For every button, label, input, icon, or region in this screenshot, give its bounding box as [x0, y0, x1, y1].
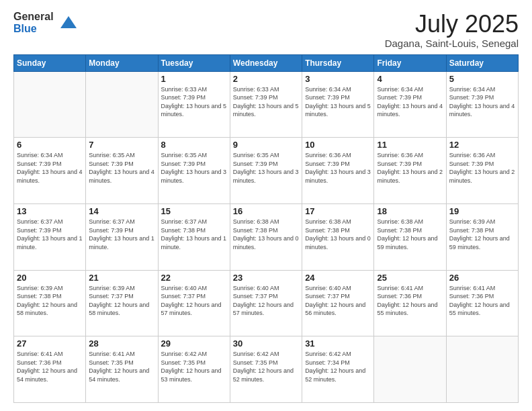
- calendar-day-cell: 8Sunrise: 6:35 AM Sunset: 7:39 PM Daylig…: [158, 138, 230, 204]
- calendar-day-cell: 31Sunrise: 6:42 AM Sunset: 7:34 PM Dayli…: [302, 336, 374, 403]
- day-info: Sunrise: 6:35 AM Sunset: 7:39 PM Dayligh…: [89, 151, 154, 185]
- calendar-day-cell: 23Sunrise: 6:40 AM Sunset: 7:37 PM Dayli…: [230, 270, 302, 336]
- day-number: 31: [305, 338, 371, 349]
- day-info: Sunrise: 6:41 AM Sunset: 7:36 PM Dayligh…: [17, 350, 83, 383]
- day-info: Sunrise: 6:38 AM Sunset: 7:38 PM Dayligh…: [233, 218, 299, 251]
- calendar-day-cell: 10Sunrise: 6:36 AM Sunset: 7:39 PM Dayli…: [302, 138, 374, 204]
- day-number: 10: [305, 140, 371, 150]
- calendar-day-cell: 1Sunrise: 6:33 AM Sunset: 7:39 PM Daylig…: [158, 71, 230, 138]
- day-info: Sunrise: 6:42 AM Sunset: 7:35 PM Dayligh…: [233, 350, 299, 383]
- calendar-day-cell: 17Sunrise: 6:38 AM Sunset: 7:38 PM Dayli…: [302, 203, 374, 270]
- header: General Blue July 2025 Dagana, Saint-Lou…: [13, 11, 519, 49]
- day-info: Sunrise: 6:39 AM Sunset: 7:38 PM Dayligh…: [449, 218, 515, 251]
- day-number: 11: [377, 140, 443, 150]
- day-info: Sunrise: 6:41 AM Sunset: 7:35 PM Dayligh…: [89, 350, 154, 383]
- day-info: Sunrise: 6:41 AM Sunset: 7:36 PM Dayligh…: [377, 284, 443, 318]
- calendar-day-cell: 22Sunrise: 6:40 AM Sunset: 7:37 PM Dayli…: [158, 270, 230, 336]
- logo: General Blue: [13, 11, 78, 34]
- calendar-day-cell: 18Sunrise: 6:38 AM Sunset: 7:38 PM Dayli…: [374, 203, 446, 270]
- calendar-day-cell: [446, 336, 518, 403]
- calendar-day-cell: 25Sunrise: 6:41 AM Sunset: 7:36 PM Dayli…: [374, 270, 446, 336]
- day-info: Sunrise: 6:34 AM Sunset: 7:39 PM Dayligh…: [449, 85, 515, 119]
- calendar-day-cell: 26Sunrise: 6:41 AM Sunset: 7:36 PM Dayli…: [446, 270, 518, 336]
- calendar-day-cell: 20Sunrise: 6:39 AM Sunset: 7:38 PM Dayli…: [14, 270, 86, 336]
- day-info: Sunrise: 6:41 AM Sunset: 7:36 PM Dayligh…: [449, 284, 515, 318]
- calendar-day-cell: [14, 71, 86, 138]
- logo-general: General: [13, 11, 54, 23]
- day-info: Sunrise: 6:35 AM Sunset: 7:39 PM Dayligh…: [233, 151, 299, 185]
- day-number: 26: [449, 273, 515, 283]
- day-number: 28: [89, 338, 154, 349]
- day-info: Sunrise: 6:34 AM Sunset: 7:39 PM Dayligh…: [377, 85, 443, 119]
- day-info: Sunrise: 6:34 AM Sunset: 7:39 PM Dayligh…: [305, 85, 371, 119]
- calendar-week-row: 6Sunrise: 6:34 AM Sunset: 7:39 PM Daylig…: [14, 138, 519, 204]
- weekday-header-row: SundayMondayTuesdayWednesdayThursdayFrid…: [14, 54, 519, 71]
- day-number: 8: [161, 140, 227, 150]
- day-info: Sunrise: 6:37 AM Sunset: 7:39 PM Dayligh…: [17, 218, 83, 251]
- weekday-header: Friday: [374, 54, 446, 71]
- day-number: 22: [161, 273, 227, 283]
- calendar-week-row: 1Sunrise: 6:33 AM Sunset: 7:39 PM Daylig…: [14, 71, 519, 138]
- day-number: 25: [377, 273, 443, 283]
- day-info: Sunrise: 6:34 AM Sunset: 7:39 PM Dayligh…: [17, 151, 83, 185]
- day-number: 7: [89, 140, 154, 150]
- day-number: 13: [17, 206, 83, 216]
- day-info: Sunrise: 6:35 AM Sunset: 7:39 PM Dayligh…: [161, 151, 227, 185]
- calendar-week-row: 13Sunrise: 6:37 AM Sunset: 7:39 PM Dayli…: [14, 203, 519, 270]
- day-number: 21: [89, 273, 154, 283]
- svg-marker-0: [60, 16, 77, 28]
- day-info: Sunrise: 6:40 AM Sunset: 7:37 PM Dayligh…: [233, 284, 299, 318]
- day-info: Sunrise: 6:37 AM Sunset: 7:39 PM Dayligh…: [89, 218, 154, 251]
- day-number: 14: [89, 206, 154, 216]
- day-info: Sunrise: 6:37 AM Sunset: 7:38 PM Dayligh…: [161, 218, 227, 251]
- day-number: 27: [17, 338, 83, 349]
- day-number: 18: [377, 206, 443, 216]
- day-info: Sunrise: 6:38 AM Sunset: 7:38 PM Dayligh…: [377, 218, 443, 251]
- day-info: Sunrise: 6:36 AM Sunset: 7:39 PM Dayligh…: [305, 151, 371, 185]
- calendar-table: SundayMondayTuesdayWednesdayThursdayFrid…: [13, 54, 519, 403]
- day-number: 15: [161, 206, 227, 216]
- calendar-day-cell: 28Sunrise: 6:41 AM Sunset: 7:35 PM Dayli…: [86, 336, 158, 403]
- day-number: 20: [17, 273, 83, 283]
- title-section: July 2025 Dagana, Saint-Louis, Senegal: [385, 11, 519, 49]
- day-info: Sunrise: 6:33 AM Sunset: 7:39 PM Dayligh…: [161, 85, 227, 119]
- calendar-day-cell: 5Sunrise: 6:34 AM Sunset: 7:39 PM Daylig…: [446, 71, 518, 138]
- logo-text: General Blue: [13, 11, 54, 34]
- calendar-day-cell: 27Sunrise: 6:41 AM Sunset: 7:36 PM Dayli…: [14, 336, 86, 403]
- day-number: 5: [449, 74, 515, 84]
- day-number: 12: [449, 140, 515, 150]
- day-number: 23: [233, 273, 299, 283]
- day-number: 19: [449, 206, 515, 216]
- day-info: Sunrise: 6:42 AM Sunset: 7:35 PM Dayligh…: [161, 350, 227, 383]
- weekday-header: Sunday: [14, 54, 86, 71]
- calendar-day-cell: 24Sunrise: 6:40 AM Sunset: 7:37 PM Dayli…: [302, 270, 374, 336]
- calendar-day-cell: 6Sunrise: 6:34 AM Sunset: 7:39 PM Daylig…: [14, 138, 86, 204]
- day-info: Sunrise: 6:36 AM Sunset: 7:39 PM Dayligh…: [377, 151, 443, 185]
- day-info: Sunrise: 6:38 AM Sunset: 7:38 PM Dayligh…: [305, 218, 371, 251]
- day-number: 6: [17, 140, 83, 150]
- calendar-day-cell: 19Sunrise: 6:39 AM Sunset: 7:38 PM Dayli…: [446, 203, 518, 270]
- day-number: 2: [233, 74, 299, 84]
- calendar-page: General Blue July 2025 Dagana, Saint-Lou…: [0, 0, 532, 411]
- calendar-day-cell: 15Sunrise: 6:37 AM Sunset: 7:38 PM Dayli…: [158, 203, 230, 270]
- weekday-header: Thursday: [302, 54, 374, 71]
- weekday-header: Saturday: [446, 54, 518, 71]
- day-number: 29: [161, 338, 227, 349]
- calendar-day-cell: 3Sunrise: 6:34 AM Sunset: 7:39 PM Daylig…: [302, 71, 374, 138]
- calendar-day-cell: 4Sunrise: 6:34 AM Sunset: 7:39 PM Daylig…: [374, 71, 446, 138]
- calendar-day-cell: 16Sunrise: 6:38 AM Sunset: 7:38 PM Dayli…: [230, 203, 302, 270]
- calendar-day-cell: [374, 336, 446, 403]
- calendar-day-cell: 14Sunrise: 6:37 AM Sunset: 7:39 PM Dayli…: [86, 203, 158, 270]
- calendar-day-cell: 13Sunrise: 6:37 AM Sunset: 7:39 PM Dayli…: [14, 203, 86, 270]
- day-info: Sunrise: 6:42 AM Sunset: 7:34 PM Dayligh…: [305, 350, 371, 383]
- day-number: 24: [305, 273, 371, 283]
- calendar-day-cell: 29Sunrise: 6:42 AM Sunset: 7:35 PM Dayli…: [158, 336, 230, 403]
- day-number: 30: [233, 338, 299, 349]
- day-info: Sunrise: 6:39 AM Sunset: 7:37 PM Dayligh…: [89, 284, 154, 318]
- month-title: July 2025: [385, 11, 519, 38]
- weekday-header: Wednesday: [230, 54, 302, 71]
- day-info: Sunrise: 6:40 AM Sunset: 7:37 PM Dayligh…: [305, 284, 371, 318]
- calendar-day-cell: [86, 71, 158, 138]
- weekday-header: Tuesday: [158, 54, 230, 71]
- calendar-day-cell: 12Sunrise: 6:36 AM Sunset: 7:39 PM Dayli…: [446, 138, 518, 204]
